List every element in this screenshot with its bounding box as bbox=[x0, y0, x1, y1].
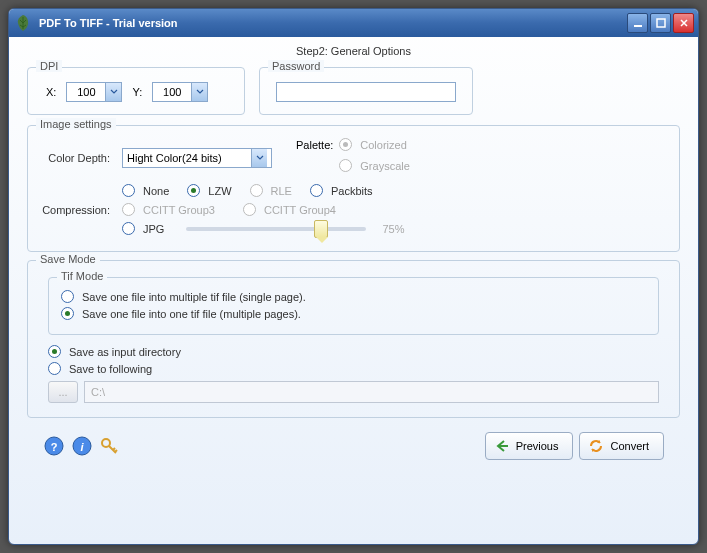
image-settings-group: Image settings Color Depth: Palette: Col… bbox=[27, 125, 680, 252]
maximize-button[interactable] bbox=[650, 13, 671, 33]
dpi-x-label: X: bbox=[46, 86, 56, 98]
save-input-dir-label[interactable]: Save as input directory bbox=[69, 346, 181, 358]
compression-packbits-label[interactable]: Packbits bbox=[331, 185, 373, 197]
compression-label: Compression: bbox=[40, 204, 116, 216]
compression-ccitt3-label: CCITT Group3 bbox=[143, 204, 215, 216]
previous-label: Previous bbox=[516, 440, 559, 452]
color-depth-label: Color Depth: bbox=[40, 152, 116, 164]
refresh-icon bbox=[588, 438, 604, 454]
palette-label: Palette: bbox=[296, 138, 333, 151]
arrow-left-icon bbox=[494, 438, 510, 454]
help-icon[interactable]: ? bbox=[43, 435, 65, 457]
password-group: Password bbox=[259, 67, 473, 115]
tif-multi-page-label[interactable]: Save one file into one tif file (multipl… bbox=[82, 308, 301, 320]
footer: ? i Previous Convert bbox=[27, 426, 680, 460]
jpg-quality-slider[interactable] bbox=[186, 227, 366, 231]
compression-jpg-radio[interactable] bbox=[122, 222, 135, 235]
key-icon[interactable] bbox=[99, 435, 121, 457]
tif-mode-legend: Tif Mode bbox=[57, 270, 107, 282]
dpi-x-dropdown[interactable] bbox=[66, 82, 122, 102]
password-input[interactable] bbox=[276, 82, 456, 102]
compression-ccitt4-label: CCITT Group4 bbox=[264, 204, 336, 216]
compression-jpg-label[interactable]: JPG bbox=[143, 223, 164, 235]
close-button[interactable] bbox=[673, 13, 694, 33]
compression-none-label[interactable]: None bbox=[143, 185, 169, 197]
color-depth-value[interactable] bbox=[123, 149, 251, 167]
svg-text:?: ? bbox=[51, 441, 58, 453]
output-path-input bbox=[84, 381, 659, 403]
jpg-quality-value: 75% bbox=[382, 223, 404, 235]
tif-multi-page-radio[interactable] bbox=[61, 307, 74, 320]
compression-lzw-label[interactable]: LZW bbox=[208, 185, 231, 197]
tif-single-page-label[interactable]: Save one file into multiple tif file (si… bbox=[82, 291, 306, 303]
svg-rect-0 bbox=[634, 25, 642, 27]
tif-mode-group: Tif Mode Save one file into multiple tif… bbox=[48, 277, 659, 335]
dpi-x-input[interactable] bbox=[67, 83, 105, 101]
minimize-button[interactable] bbox=[627, 13, 648, 33]
compression-packbits-radio[interactable] bbox=[310, 184, 323, 197]
svg-point-6 bbox=[102, 439, 110, 447]
tif-single-page-radio[interactable] bbox=[61, 290, 74, 303]
compression-ccitt3-radio bbox=[122, 203, 135, 216]
slider-thumb[interactable] bbox=[314, 220, 328, 238]
save-following-radio[interactable] bbox=[48, 362, 61, 375]
previous-button[interactable]: Previous bbox=[485, 432, 574, 460]
save-mode-legend: Save Mode bbox=[36, 253, 100, 265]
color-depth-dropdown[interactable] bbox=[122, 148, 272, 168]
compression-none-radio[interactable] bbox=[122, 184, 135, 197]
dpi-y-label: Y: bbox=[132, 86, 142, 98]
image-settings-legend: Image settings bbox=[36, 118, 116, 130]
palette-grayscale-label: Grayscale bbox=[360, 160, 410, 172]
compression-lzw-radio[interactable] bbox=[187, 184, 200, 197]
chevron-down-icon[interactable] bbox=[191, 83, 207, 101]
password-legend: Password bbox=[268, 60, 324, 72]
convert-label: Convert bbox=[610, 440, 649, 452]
window-title: PDF To TIFF - Trial version bbox=[39, 17, 625, 29]
save-following-label[interactable]: Save to following bbox=[69, 363, 152, 375]
dpi-y-input[interactable] bbox=[153, 83, 191, 101]
info-icon[interactable]: i bbox=[71, 435, 93, 457]
compression-ccitt4-radio bbox=[243, 203, 256, 216]
palette-colorized-label: Colorized bbox=[360, 139, 406, 151]
palette-grayscale-radio bbox=[339, 159, 352, 172]
app-window: PDF To TIFF - Trial version Step2: Gener… bbox=[8, 8, 699, 545]
compression-rle-radio bbox=[250, 184, 263, 197]
titlebar: PDF To TIFF - Trial version bbox=[9, 9, 698, 37]
svg-rect-1 bbox=[657, 19, 665, 27]
dpi-legend: DPI bbox=[36, 60, 62, 72]
step-label: Step2: General Options bbox=[27, 43, 680, 67]
dpi-y-dropdown[interactable] bbox=[152, 82, 208, 102]
save-mode-group: Save Mode Tif Mode Save one file into mu… bbox=[27, 260, 680, 418]
app-logo-icon bbox=[13, 13, 33, 33]
compression-rle-label: RLE bbox=[271, 185, 292, 197]
content-area: Step2: General Options DPI X: Y: bbox=[9, 37, 698, 470]
palette-colorized-radio bbox=[339, 138, 352, 151]
convert-button[interactable]: Convert bbox=[579, 432, 664, 460]
chevron-down-icon[interactable] bbox=[105, 83, 121, 101]
chevron-down-icon[interactable] bbox=[251, 149, 267, 167]
dpi-group: DPI X: Y: bbox=[27, 67, 245, 115]
browse-button: ... bbox=[48, 381, 78, 403]
save-input-dir-radio[interactable] bbox=[48, 345, 61, 358]
